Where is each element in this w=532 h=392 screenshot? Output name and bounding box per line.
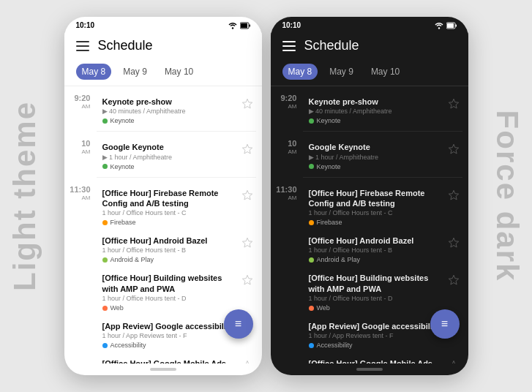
star-icon-3-dark[interactable]	[448, 189, 460, 201]
event-amp-pwa-dark[interactable]: [Office Hour] Building websites with AMP…	[303, 268, 465, 316]
fab-icon-light: ≡	[235, 317, 241, 331]
star-icon-4-dark[interactable]	[448, 237, 460, 249]
event-tag-light: Keynote	[102, 117, 239, 124]
tag-dot-light	[102, 118, 108, 124]
phones-container: 10:10 Schedule Ma	[64, 17, 468, 375]
time-label-10-light: 10 AM	[64, 137, 97, 156]
star-icon-4-light[interactable]	[241, 237, 253, 249]
svg-point-0	[231, 27, 233, 29]
svg-rect-7	[447, 23, 454, 28]
hamburger-icon-dark[interactable]	[282, 41, 296, 51]
star-icon-3-light[interactable]	[241, 189, 253, 201]
date-tab-may8-dark[interactable]: May 8	[282, 64, 318, 80]
event-firebase-light[interactable]: [Office Hour] Firebase Remote Config and…	[97, 184, 259, 231]
svg-rect-6	[455, 24, 457, 26]
date-tab-may8-light[interactable]: May 8	[76, 64, 112, 80]
date-tab-may10-dark[interactable]: May 10	[365, 64, 405, 80]
date-tabs-dark: May 8 May 9 May 10	[271, 59, 468, 86]
date-tab-may9-dark[interactable]: May 9	[323, 64, 359, 80]
star-icon-2-dark[interactable]	[448, 143, 460, 155]
scroll-bar-dark	[356, 368, 383, 371]
fab-light[interactable]: ≡	[224, 309, 253, 339]
star-icon-1-dark[interactable]	[448, 98, 460, 110]
battery-icon-dark	[446, 22, 457, 29]
time-label-1130-light: 11:30 AM	[64, 184, 97, 202]
battery-icon-light	[240, 22, 250, 29]
light-theme-label: Light theme	[7, 101, 42, 291]
time-block-920-dark: 9:20 AM Keynote pre-show ▶ 40 minutes / …	[271, 86, 468, 131]
force-dark-label: Force dark	[490, 110, 525, 282]
app-title-light: Schedule	[98, 38, 250, 53]
event-list-10-dark: Google Keynote ▶ 1 hour / Amphitheatre K…	[303, 137, 468, 175]
svg-rect-3	[241, 23, 247, 28]
time-block-920-light: 9:20 AM Keynote pre-show ▶ 40 minutes / …	[64, 86, 262, 131]
event-amp-pwa-light[interactable]: [Office Hour] Building websites with AMP…	[97, 268, 259, 316]
date-tab-may9-light[interactable]: May 9	[117, 64, 153, 80]
event-firebase-dark[interactable]: [Office Hour] Firebase Remote Config and…	[303, 184, 465, 231]
status-bar-dark: 10:10	[271, 17, 468, 32]
status-time-dark: 10:10	[282, 21, 301, 29]
wifi-icon-light	[228, 22, 237, 29]
time-label-920-dark: 9:20 AM	[271, 92, 303, 110]
app-bar-light: Schedule	[64, 32, 262, 59]
scroll-bar-light	[150, 368, 176, 371]
light-phone: 10:10 Schedule Ma	[64, 17, 262, 375]
time-label-920-light: 9:20 AM	[64, 92, 97, 110]
event-keynote-preshow-light[interactable]: Keynote pre-show ▶ 40 minutes / Amphithe…	[97, 92, 259, 129]
event-keynote-preshow-dark[interactable]: Keynote pre-show ▶ 40 minutes / Amphithe…	[303, 92, 465, 129]
scroll-indicator-dark	[271, 363, 468, 375]
event-title-light: Keynote pre-show	[102, 97, 239, 107]
wifi-icon-dark	[435, 22, 443, 29]
fab-dark[interactable]: ≡	[430, 309, 460, 339]
hamburger-icon-light[interactable]	[76, 41, 89, 51]
fab-icon-dark: ≡	[441, 317, 448, 331]
time-label-1130-dark: 11:30 AM	[271, 184, 303, 202]
event-ads-sdk-light[interactable]: [Office Hour] Google Mobile Ads SDK 1 ho…	[97, 354, 259, 363]
status-time-light: 10:10	[76, 21, 95, 29]
event-list-920-dark: Keynote pre-show ▶ 40 minutes / Amphithe…	[303, 92, 468, 129]
dark-phone: 10:10 Schedule Ma	[271, 17, 468, 375]
event-list-10-light: Google Keynote ▶ 1 hour / Amphitheatre K…	[97, 137, 262, 175]
app-title-dark: Schedule	[304, 38, 457, 53]
google-keynote-tag-light: Keynote	[102, 163, 239, 170]
app-bar-dark: Schedule	[271, 32, 468, 59]
status-bar-light: 10:10	[64, 17, 262, 32]
star-icon-5-light[interactable]	[241, 274, 253, 286]
star-icon-2-light[interactable]	[241, 143, 253, 155]
status-icons-dark	[435, 22, 457, 29]
scroll-indicator-light	[64, 363, 262, 375]
google-keynote-meta-light: ▶ 1 hour / Amphitheatre	[102, 154, 239, 161]
event-meta-light: ▶ 40 minutes / Amphitheatre	[102, 108, 239, 115]
event-google-keynote-light[interactable]: Google Keynote ▶ 1 hour / Amphitheatre K…	[97, 137, 259, 174]
time-block-10-dark: 10 AM Google Keynote ▶ 1 hour / Amphithe…	[271, 132, 468, 176]
tag-dot-2-light	[102, 164, 108, 169]
time-block-10-light: 10 AM Google Keynote ▶ 1 hour / Amphithe…	[64, 132, 262, 176]
date-tabs-light: May 8 May 9 May 10	[64, 59, 262, 86]
status-icons-light	[228, 22, 250, 29]
google-keynote-title-light: Google Keynote	[102, 142, 239, 152]
svg-rect-2	[249, 24, 250, 26]
event-google-keynote-dark[interactable]: Google Keynote ▶ 1 hour / Amphitheatre K…	[303, 137, 465, 174]
time-label-10-dark: 10 AM	[271, 137, 303, 156]
star-icon-light[interactable]	[241, 98, 253, 110]
star-icon-5-dark[interactable]	[448, 274, 460, 286]
svg-point-4	[438, 27, 439, 29]
event-ads-sdk-dark[interactable]: [Office Hour] Google Mobile Ads SDK 1 ho…	[303, 354, 465, 363]
date-tab-may10-light[interactable]: May 10	[159, 64, 199, 80]
event-android-bazel-dark[interactable]: [Office Hour] Android Bazel 1 hour / Off…	[303, 231, 465, 268]
event-list-920-light: Keynote pre-show ▶ 40 minutes / Amphithe…	[97, 92, 262, 129]
event-android-bazel-light[interactable]: [Office Hour] Android Bazel 1 hour / Off…	[97, 231, 259, 268]
